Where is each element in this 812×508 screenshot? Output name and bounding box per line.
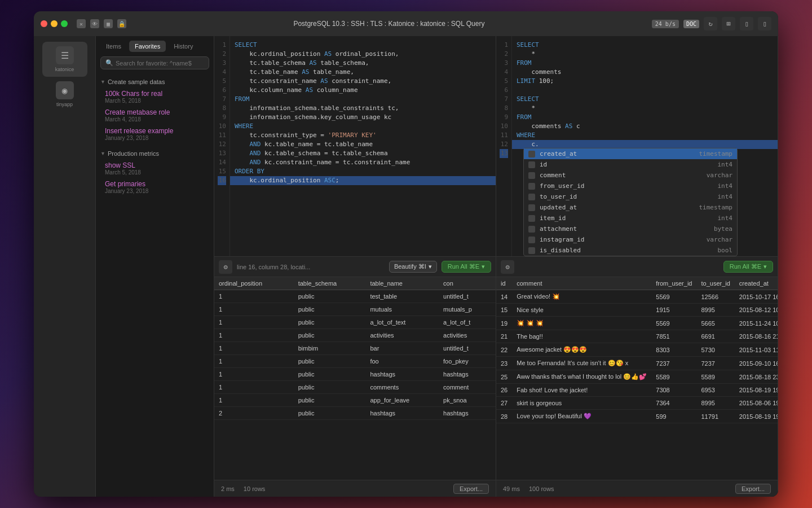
table-row[interactable]: 1bimbimbaruntitled_t xyxy=(214,342,496,355)
left-code-content: SELECT kc.ordinal_position AS ordinal_po… xyxy=(230,36,496,256)
col-schema: table_schema xyxy=(294,277,366,290)
table-row[interactable]: 22Awesome jacket 😍😍😍830357302015-11-03 1… xyxy=(496,343,778,357)
ac-checkbox-comment xyxy=(528,172,535,179)
ac-item-to-user-id[interactable]: to_user_id int4 xyxy=(524,191,737,202)
ac-type-item-id: int4 xyxy=(718,214,733,222)
ac-item-is-disabled[interactable]: is_disabled bool xyxy=(524,245,737,256)
left-code-editor[interactable]: 12345678910111213141516 SELECT kc.ordina… xyxy=(214,36,496,256)
ac-name-id: id xyxy=(540,161,713,168)
nav-section-header-production[interactable]: ▼ Production metrics xyxy=(96,148,214,159)
ac-checkbox-to-user-id xyxy=(528,194,535,200)
table-row[interactable]: 1publicapp_for_leavepk_snoa xyxy=(214,394,496,407)
sidebar-item-tinyapp[interactable]: ◉ tinyapp xyxy=(42,77,87,112)
ac-name-updated-at: updated_at xyxy=(540,204,694,211)
autocomplete-dropdown[interactable]: created_at timestamp id int4 comment var… xyxy=(523,148,738,256)
ac-item-instagram-id[interactable]: instagram_id varchar xyxy=(524,234,737,245)
lock-icon[interactable]: 🔒 xyxy=(117,19,126,28)
grid-icon[interactable]: ▦ xyxy=(104,19,113,28)
maximize-button[interactable] xyxy=(61,20,68,27)
tab-favorites[interactable]: Favorites xyxy=(129,41,166,52)
eye-icon[interactable]: 👁 xyxy=(90,19,99,28)
table-row[interactable]: 1publicfoofoo_pkey xyxy=(214,355,496,368)
left-panel-tabs: Items Favorites History xyxy=(96,36,214,52)
chevron-down-icon: ▼ xyxy=(100,79,105,85)
table-row[interactable]: 15Nice style191589952015-08-12 10:26:20.… xyxy=(496,304,778,317)
ac-type-from-user-id: int4 xyxy=(718,182,733,190)
nav-section-create-sample: ▼ Create sample datas 100k Chars for rea… xyxy=(96,76,214,143)
pane-left-icon[interactable]: ▯ xyxy=(740,17,753,30)
ac-item-from-user-id[interactable]: from_user_id int4 xyxy=(524,181,737,191)
table-row[interactable]: 1publiccommentscomment xyxy=(214,381,496,394)
nav-item-primaries[interactable]: Get primaries January 23, 2018 xyxy=(96,178,214,196)
run-all-label-right: Run All ⌘E xyxy=(730,263,761,270)
doc-badge[interactable]: DOC xyxy=(683,20,699,28)
ac-item-updated-at[interactable]: updated_at timestamp xyxy=(524,202,737,213)
table-row[interactable]: 2publichashtagshashtags xyxy=(214,407,496,420)
titlebar-icons: ✕ 👁 ▦ 🔒 xyxy=(77,19,126,28)
table-row[interactable]: 21The bag!!785166912015-08-16 21:17:39.7… xyxy=(496,330,778,343)
table-row[interactable]: 23Me too Fernanda! It's cute isn't it 😊😘… xyxy=(496,357,778,370)
ac-item-comment[interactable]: comment varchar xyxy=(524,170,737,181)
left-editor-toolbar: ⚙ line 16, column 28, locati... Beautify… xyxy=(214,256,496,277)
table-row[interactable]: 27skirt is gorgeous736489952015-08-06 19… xyxy=(496,397,778,410)
nav-section-header-create[interactable]: ▼ Create sample datas xyxy=(96,76,214,87)
right-settings-icon[interactable]: ⚙ xyxy=(501,260,514,274)
right-results-table-wrapper[interactable]: id comment from_user_id to_user_id creat… xyxy=(496,277,778,480)
ac-item-item-id[interactable]: item_id int4 xyxy=(524,213,737,224)
table-row[interactable]: 1publictest_tableuntitled_t xyxy=(214,290,496,303)
ac-item-id[interactable]: id int4 xyxy=(524,159,737,170)
table-row[interactable]: 25Aww thanks that's what I thought to lo… xyxy=(496,370,778,384)
search-input[interactable] xyxy=(116,60,204,67)
ac-name-item-id: item_id xyxy=(540,214,713,222)
layout-grid-icon[interactable]: ⊞ xyxy=(722,17,735,30)
col-table: table_name xyxy=(365,277,439,290)
left-rows-stat: 10 rows xyxy=(244,485,266,492)
table-row[interactable]: 1publicactivitiesactivities xyxy=(214,329,496,342)
tab-history[interactable]: History xyxy=(168,41,198,52)
nav-items: ▼ Create sample datas 100k Chars for rea… xyxy=(96,74,214,497)
nav-item-metabase[interactable]: Create metabase role March 4, 2018 xyxy=(96,106,214,125)
search-bar[interactable]: 🔍 xyxy=(100,56,209,69)
ac-type-instagram-id: varchar xyxy=(707,236,732,243)
run-all-button-left[interactable]: Run All ⌘E ▾ xyxy=(442,261,491,273)
table-row[interactable]: 1publichashtagshashtags xyxy=(214,368,496,381)
beautify-button[interactable]: Beautify ⌘I ▾ xyxy=(389,261,437,273)
ac-item-attachment[interactable]: attachment bytea xyxy=(524,224,737,234)
nav-item-date-primaries: January 23, 2018 xyxy=(105,188,205,194)
left-results-table-wrapper[interactable]: ordinal_position table_schema table_name… xyxy=(214,277,496,480)
editors-row: 12345678910111213141516 SELECT kc.ordina… xyxy=(214,36,778,497)
nav-item-insert-release[interactable]: Insert release example January 23, 2018 xyxy=(96,125,214,143)
ac-type-to-user-id: int4 xyxy=(718,193,733,200)
table-row[interactable]: 26Fab shot! Love the jacket!730869532015… xyxy=(496,384,778,397)
table-row[interactable]: 14Great video! 💥5569125662015-10-17 16:5… xyxy=(496,290,778,304)
right-export-button[interactable]: Export... xyxy=(735,484,771,494)
left-export-button[interactable]: Export... xyxy=(453,484,489,494)
nav-item-100k[interactable]: 100k Chars for real March 5, 2018 xyxy=(96,87,214,106)
col-created-at: created_at xyxy=(735,277,778,290)
table-row[interactable]: 28Love your top! Beautiful 💜599117912015… xyxy=(496,410,778,423)
sidebar-item-katonice[interactable]: ☰ katonice xyxy=(42,42,87,77)
run-all-button-right[interactable]: Run All ⌘E ▾ xyxy=(723,261,773,273)
nav-item-title-primaries: Get primaries xyxy=(105,180,205,188)
main-layout: ☰ katonice ◉ tinyapp Items Favorites His… xyxy=(34,36,778,497)
right-results-pane: id comment from_user_id to_user_id creat… xyxy=(496,277,778,497)
pane-right-icon[interactable]: ▯ xyxy=(758,17,771,30)
minimize-button[interactable] xyxy=(51,20,58,27)
ac-item-created-at[interactable]: created_at timestamp xyxy=(524,148,737,159)
refresh-icon[interactable]: ↻ xyxy=(704,17,717,30)
ac-type-id: int4 xyxy=(718,161,733,168)
table-row[interactable]: 19💥 💥 💥556956652015-11-24 10:12:39.322 xyxy=(496,317,778,330)
nav-item-ssl[interactable]: show SSL March 5, 2018 xyxy=(96,159,214,178)
left-results-table: ordinal_position table_schema table_name… xyxy=(214,277,496,420)
settings-icon[interactable]: ⚙ xyxy=(219,260,232,274)
right-table-header-row: id comment from_user_id to_user_id creat… xyxy=(496,277,778,290)
col-con: con xyxy=(439,277,496,290)
close-button[interactable] xyxy=(41,20,47,27)
table-row[interactable]: 1publica_lot_of_texta_lot_of_t xyxy=(214,316,496,329)
tab-items[interactable]: Items xyxy=(100,41,127,52)
ac-type-created-at: timestamp xyxy=(699,150,732,157)
ac-checkbox-attachment xyxy=(528,226,535,233)
back-icon[interactable]: ✕ xyxy=(77,19,86,28)
table-row[interactable]: 1publicmutualsmutuals_p xyxy=(214,303,496,316)
left-table-header-row: ordinal_position table_schema table_name… xyxy=(214,277,496,290)
